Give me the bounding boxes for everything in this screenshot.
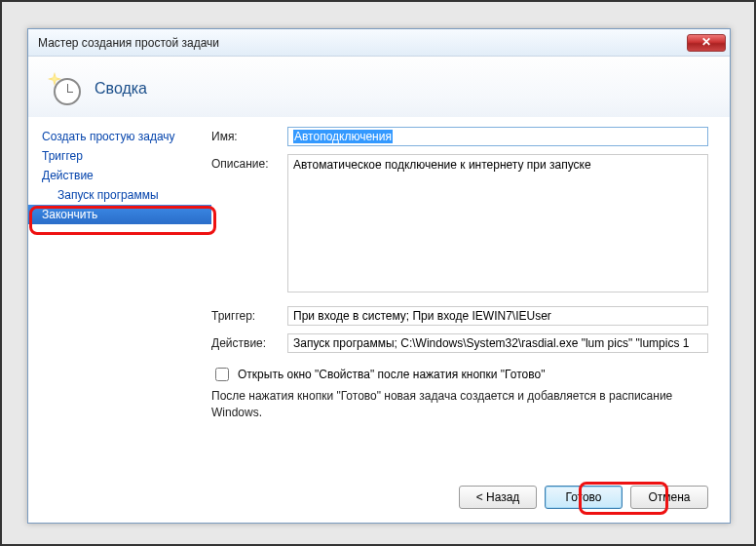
nav-finish[interactable]: Закончить <box>28 205 211 224</box>
titlebar[interactable]: Мастер создания простой задачи ✕ <box>28 29 730 57</box>
name-input[interactable]: Автоподключения <box>287 127 708 146</box>
back-button[interactable]: < Назад <box>459 486 537 509</box>
nav-start-program[interactable]: Запуск программы <box>28 185 211 205</box>
description-input[interactable] <box>287 154 708 292</box>
action-label: Действие: <box>211 333 287 350</box>
wizard-body: Создать простую задачу Триггер Действие … <box>28 117 730 523</box>
open-properties-checkbox[interactable] <box>215 368 229 381</box>
nav-trigger[interactable]: Триггер <box>28 146 211 166</box>
window-title: Мастер создания простой задачи <box>38 36 687 50</box>
wizard-content: Имя: Автоподключения Описание: Триггер: … <box>211 117 730 523</box>
wizard-sidebar: Создать простую задачу Триггер Действие … <box>28 117 211 523</box>
action-value: Запуск программы; C:\Windows\System32\ra… <box>287 333 708 353</box>
nav-action[interactable]: Действие <box>28 166 211 185</box>
close-button[interactable]: ✕ <box>687 34 726 52</box>
task-icon <box>48 72 81 105</box>
trigger-label: Триггер: <box>211 306 287 323</box>
trigger-value: При входе в систему; При входе IEWIN7\IE… <box>287 306 708 326</box>
finish-button[interactable]: Готово <box>545 486 623 509</box>
description-label: Описание: <box>211 154 287 171</box>
open-properties-label: Открыть окно "Свойства" после нажатия кн… <box>238 368 545 381</box>
name-label: Имя: <box>211 127 287 143</box>
wizard-window: Мастер создания простой задачи ✕ Сводка … <box>27 28 731 524</box>
cancel-button[interactable]: Отмена <box>630 486 708 509</box>
page-title: Сводка <box>94 80 147 98</box>
nav-create-task[interactable]: Создать простую задачу <box>28 127 211 146</box>
button-bar: < Назад Готово Отмена <box>459 486 708 509</box>
wizard-header: Сводка <box>28 57 730 117</box>
info-text: После нажатия кнопки "Готово" новая зада… <box>211 388 708 421</box>
